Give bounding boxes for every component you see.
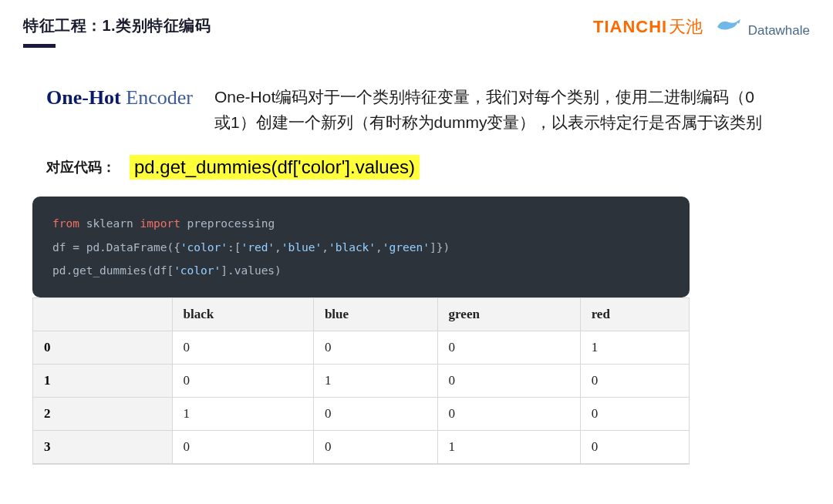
tianchi-logo: TIANCHI天池: [593, 15, 703, 39]
tianchi-en: TIANCHI: [593, 17, 667, 36]
row-index: 2: [33, 398, 172, 431]
table-row: 3 0 0 1 0: [33, 431, 689, 464]
col-header: blue: [313, 298, 437, 331]
col-header: black: [172, 298, 313, 331]
cell: 0: [437, 331, 580, 365]
page-title: 特征工程：1.类别特征编码: [23, 15, 211, 36]
whale-icon: [715, 16, 741, 38]
method-name: One-Hot Encoder: [46, 85, 193, 109]
slide-header: 特征工程：1.类别特征编码 TIANCHI天池 Datawhale: [23, 15, 810, 48]
cell: 0: [580, 398, 689, 431]
method-bold: One-Hot: [46, 86, 121, 109]
cell: 0: [172, 331, 313, 365]
cell: 0: [172, 365, 313, 398]
cell: 0: [313, 331, 437, 365]
code-line-3: pd.get_dummies(df['color'].values): [52, 259, 669, 282]
cell: 0: [172, 431, 313, 464]
output-table-wrap: black blue green red 0 0 0 0 1 1 0 1 0 0: [32, 297, 690, 465]
title-underline: [23, 44, 56, 48]
cell: 0: [313, 398, 437, 431]
cell: 1: [580, 331, 689, 365]
cell: 0: [580, 431, 689, 464]
table-corner: [33, 298, 172, 331]
table-row: 2 1 0 0 0: [33, 398, 689, 431]
code-block: from sklearn import preprocessing df = p…: [32, 197, 690, 297]
row-index: 1: [33, 365, 172, 398]
cell: 1: [172, 398, 313, 431]
logos: TIANCHI天池 Datawhale: [593, 15, 810, 39]
row-index: 3: [33, 431, 172, 464]
code-line-2: df = pd.DataFrame({'color':['red','blue'…: [52, 236, 669, 259]
cell: 1: [437, 431, 580, 464]
method-row: One-Hot Encoder One-Hot编码对于一个类别特征变量，我们对每…: [23, 85, 810, 135]
cell: 0: [437, 398, 580, 431]
tianchi-cn: 天池: [669, 17, 703, 36]
code-line-1: from sklearn import preprocessing: [52, 212, 669, 235]
datawhale-text: Datawhale: [748, 23, 810, 38]
row-index: 0: [33, 331, 172, 365]
code-label-row: 对应代码： pd.get_dummies(df['color'].values): [23, 155, 810, 180]
table-row: 1 0 1 0 0: [33, 365, 689, 398]
cell: 1: [313, 365, 437, 398]
col-header: green: [437, 298, 580, 331]
datawhale-logo: Datawhale: [715, 16, 810, 39]
highlighted-code: pd.get_dummies(df['color'].values): [130, 155, 420, 180]
table-header-row: black blue green red: [33, 298, 689, 331]
cell: 0: [313, 431, 437, 464]
cell: 0: [580, 365, 689, 398]
col-header: red: [580, 298, 689, 331]
title-section: 特征工程：1.类别特征编码: [23, 15, 211, 48]
cell: 0: [437, 365, 580, 398]
table-row: 0 0 0 0 1: [33, 331, 689, 365]
method-light: Encoder: [121, 86, 193, 109]
output-table: black blue green red 0 0 0 0 1 1 0 1 0 0: [33, 297, 689, 464]
code-label: 对应代码：: [46, 158, 116, 176]
method-description: One-Hot编码对于一个类别特征变量，我们对每个类别，使用二进制编码（0或1）…: [214, 85, 770, 135]
